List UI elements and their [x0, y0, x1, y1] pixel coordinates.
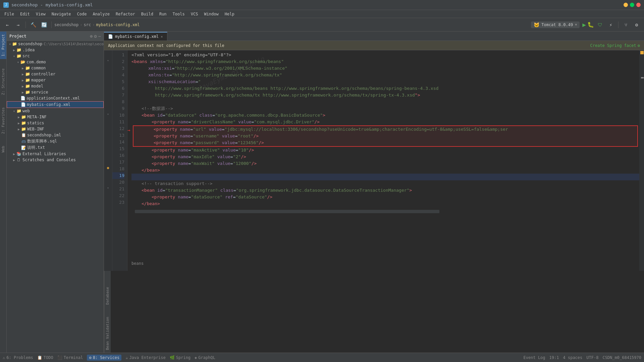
xml-file-icon: 📄	[20, 96, 25, 101]
bean-gutter-18: ◉	[104, 164, 112, 171]
menu-help[interactable]: Help	[222, 11, 237, 17]
status-graphql[interactable]: ◈ GraphQL	[195, 355, 215, 360]
code-area[interactable]: JavaEyms.github.io <?xml version="1.0" e…	[127, 50, 639, 271]
menu-edit[interactable]: Edit	[17, 11, 33, 17]
favorites-tab[interactable]: 2: Favorites	[0, 105, 6, 136]
line-num-19: 19	[112, 172, 124, 179]
tab-file-icon: 📄	[108, 34, 113, 39]
status-position[interactable]: 19:1	[549, 355, 559, 360]
tree-item-webinf[interactable]: ▶ 📁 WEB-INF	[7, 126, 104, 132]
breadcrumb-src[interactable]: src	[84, 22, 91, 27]
menu-build[interactable]: Build	[139, 11, 156, 17]
build-button[interactable]: 🔨	[29, 20, 38, 29]
code-line-11: <property name = "driverClassName" value…	[131, 119, 639, 125]
fold-2[interactable]: ▾	[104, 57, 112, 64]
tree-item-controller[interactable]: ▶ 📁 controller	[7, 71, 104, 77]
tree-item-extlibs[interactable]: ▶ 📚 External Libraries	[7, 151, 104, 157]
project-tab[interactable]: 1: Project	[0, 32, 6, 59]
fold-21[interactable]: ▾	[104, 184, 112, 191]
run-configuration[interactable]: 🐱 Tomcat 8.0.49 ▼	[531, 21, 580, 28]
menu-window[interactable]: Window	[201, 11, 221, 17]
project-collapse-icon[interactable]: −	[98, 34, 101, 39]
tree-item-metainf[interactable]: ▶ 📁 META-INF	[7, 114, 104, 120]
tree-item-root[interactable]: ▾ 📁 secondshop C:\Users\51414\Desktop\se…	[7, 41, 104, 47]
status-todo[interactable]: 📋 TODO	[37, 355, 53, 360]
forward-button[interactable]: →	[13, 20, 23, 29]
horizontal-scrollbar[interactable]	[135, 210, 439, 213]
tree-item-sql[interactable]: ▶ 🗃 数据库脚本.sql	[7, 138, 104, 144]
sync-button[interactable]: 🔄	[39, 20, 49, 29]
tree-item-appcontext[interactable]: ▶ 📄 applicationContext.xml	[7, 95, 104, 101]
breadcrumb-project[interactable]: secondshop	[54, 22, 78, 27]
menu-navigate[interactable]: Navigate	[49, 11, 74, 17]
menu-analyze[interactable]: Analyze	[90, 11, 112, 17]
fold-10[interactable]: ▾	[104, 111, 112, 117]
tree-item-idea[interactable]: ▶ 📁 .idea	[7, 47, 104, 53]
menu-vcs[interactable]: VCS	[188, 11, 201, 17]
eq15a: =	[189, 147, 191, 154]
tab-close-button[interactable]: ×	[161, 35, 163, 39]
menu-view[interactable]: View	[33, 11, 48, 17]
project-settings-icon[interactable]: ⚙	[94, 34, 97, 39]
tree-item-common[interactable]: ▶ 📁 common	[7, 65, 104, 71]
status-spring[interactable]: 🌿 Spring	[170, 355, 191, 360]
run-button[interactable]: ▶	[582, 21, 586, 28]
profile-button[interactable]: ⚡	[606, 20, 615, 29]
status-java-enterprise[interactable]: ☕ Java Enterprise	[125, 355, 166, 360]
minimize-button[interactable]	[624, 3, 628, 7]
web-tab[interactable]: Web	[0, 143, 6, 155]
tree-item-mapper[interactable]: ▶ 📁 mapper	[7, 77, 104, 83]
status-terminal[interactable]: ⬛ Terminal	[57, 355, 83, 360]
arrow-src: ▾	[12, 54, 16, 58]
status-event-log[interactable]: Event Log	[524, 355, 545, 360]
arrow-statics: ▶	[17, 121, 21, 125]
breadcrumb-sep2: ›	[92, 22, 95, 27]
tree-item-web[interactable]: ▾ 📁 web	[7, 108, 104, 114]
menu-refactor[interactable]: Refactor	[113, 11, 138, 17]
warning-icon: ⚠	[3, 355, 5, 360]
project-locate-icon[interactable]: ⊕	[90, 34, 93, 39]
val-name-13: "username"	[193, 133, 219, 139]
tree-item-iml[interactable]: ▶ 📋 secondshop.iml	[7, 132, 104, 138]
create-spring-facet-link[interactable]: Create Spring facet ⚙	[590, 43, 640, 48]
line-num-17: 17	[112, 159, 124, 166]
tree-item-statics[interactable]: ▶ 📁 statics	[7, 120, 104, 126]
eq12a: =	[191, 126, 193, 133]
menu-code[interactable]: Code	[74, 11, 90, 17]
menu-tools[interactable]: Tools	[170, 11, 187, 17]
tree-item-txt[interactable]: ▶ 📝 说明.txt	[7, 144, 104, 151]
eq22a: =	[189, 194, 191, 200]
code-line-3: xmlns:xsi = "http://www.w3.org/2001/XMLS…	[131, 65, 639, 72]
tab-mybatis-config[interactable]: 📄 mybatis-config.xml ×	[104, 32, 167, 41]
structure-tab[interactable]: Z: Structure	[0, 66, 6, 98]
tree-item-comdemo[interactable]: ▾ 📂 com.demo	[7, 59, 104, 65]
folder-icon: 📁	[12, 41, 17, 47]
menu-file[interactable]: File	[2, 11, 17, 17]
error-indicator[interactable]	[640, 51, 644, 54]
tree-item-scratches[interactable]: ▶ 🗒 Scratches and Consoles	[7, 157, 104, 163]
menu-run[interactable]: Run	[157, 11, 169, 17]
status-problems[interactable]: ⚠ 6: Problems	[3, 355, 33, 360]
coverage-button[interactable]: 🛡	[595, 20, 605, 29]
eq16b: =	[230, 154, 233, 160]
tomcat-icon: 🐱	[534, 22, 539, 27]
tree-item-model[interactable]: ▶ 📁 model	[7, 83, 104, 89]
database-tab[interactable]: Database	[104, 284, 111, 307]
debug-button[interactable]: 🐛	[587, 21, 594, 28]
status-spaces[interactable]: 4 spaces	[563, 355, 582, 360]
back-button[interactable]: ←	[3, 20, 12, 29]
settings-button[interactable]: ⚙	[632, 20, 641, 29]
tree-item-mybatis[interactable]: ▶ 📄 mybatis-config.xml	[7, 101, 104, 108]
bean-validation-tab[interactable]: Bean Validation	[104, 314, 111, 353]
status-encoding[interactable]: UTF-8	[586, 355, 598, 360]
maximize-button[interactable]	[630, 3, 634, 7]
tree-item-service[interactable]: ▶ 📁 service	[7, 89, 104, 95]
code-line-17: <property name = "maxWait" value = "1200…	[131, 160, 639, 167]
attr-name-13: name	[180, 133, 190, 139]
vcs-button[interactable]: ⑂	[621, 20, 631, 29]
status-services[interactable]: ⚙ 8: Services	[87, 355, 121, 361]
tree-item-src[interactable]: ▾ 📁 src	[7, 53, 104, 59]
position-label: 19:1	[549, 355, 559, 360]
close-button[interactable]	[636, 3, 641, 7]
window-controls[interactable]	[624, 3, 641, 7]
